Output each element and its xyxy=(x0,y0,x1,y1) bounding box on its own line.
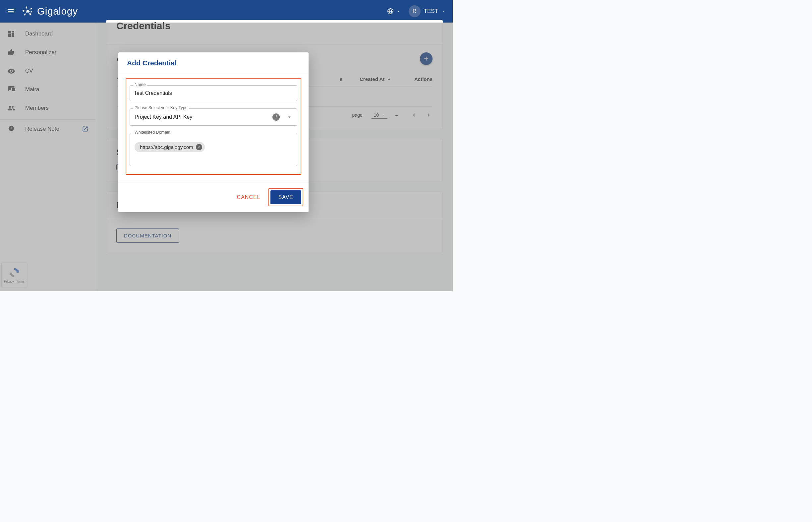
key-type-value: Project Key and API Key xyxy=(134,114,192,120)
chevron-down-icon xyxy=(441,9,446,14)
dialog-header: Add Credential xyxy=(118,53,309,74)
brand-name: Gigalogy xyxy=(37,6,78,17)
name-label: Name xyxy=(133,82,147,87)
save-button-highlight: SAVE xyxy=(268,188,304,206)
chip-text: https://abc.gigalogy.com xyxy=(140,144,193,150)
field-name: Name xyxy=(130,85,297,101)
name-input[interactable] xyxy=(130,85,297,101)
whitelist-label: Whitelisted Domain xyxy=(133,130,172,135)
field-key-type: Please Select your Key Type Project Key … xyxy=(130,108,297,126)
brand-logo[interactable]: Gigalogy xyxy=(21,4,78,18)
add-credential-dialog: Add Credential Name Please Select your K… xyxy=(118,53,309,212)
close-icon xyxy=(197,146,201,149)
save-button[interactable]: SAVE xyxy=(270,190,301,204)
cancel-button[interactable]: CANCEL xyxy=(235,191,263,204)
chevron-down-icon xyxy=(396,9,401,14)
dialog-footer: CANCEL SAVE xyxy=(118,182,309,212)
key-type-select[interactable]: Project Key and API Key i xyxy=(130,108,297,126)
domain-chip: https://abc.gigalogy.com xyxy=(134,142,205,152)
field-whitelist: Whitelisted Domain https://abc.gigalogy.… xyxy=(130,133,297,166)
hamburger-menu-button[interactable] xyxy=(7,7,15,15)
dialog-form-highlight: Name Please Select your Key Type Project… xyxy=(126,78,301,175)
key-type-label: Please Select your Key Type xyxy=(133,105,189,110)
chip-remove-button[interactable] xyxy=(196,144,202,150)
dialog-title: Add Credential xyxy=(127,59,300,67)
chevron-down-icon xyxy=(286,114,292,120)
whitelist-input-area[interactable]: https://abc.gigalogy.com xyxy=(130,133,297,166)
logo-icon xyxy=(21,4,35,18)
info-icon[interactable]: i xyxy=(272,114,280,121)
header-left: Gigalogy xyxy=(7,4,78,18)
